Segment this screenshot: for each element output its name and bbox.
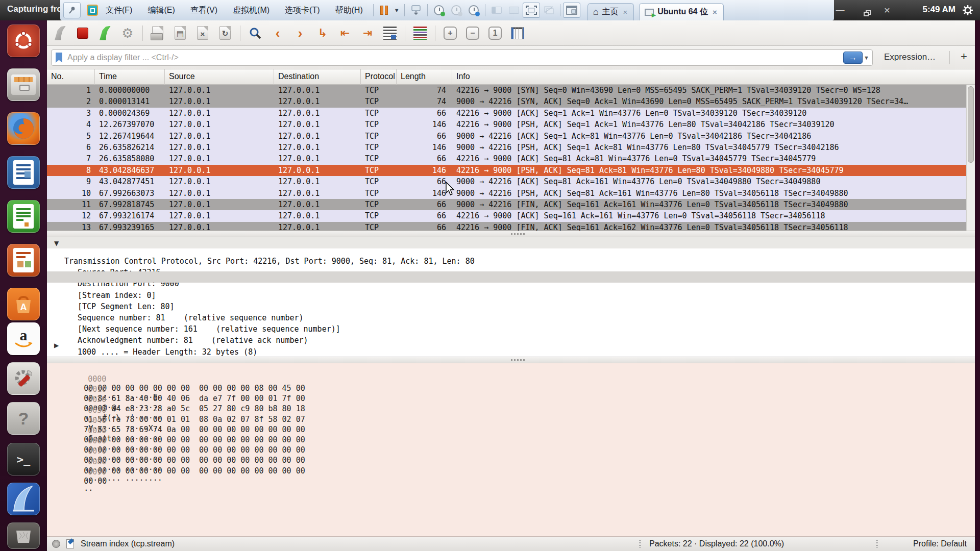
menu-item[interactable]: 查看(V) [183,0,225,20]
profile-label[interactable]: Profile: Default [913,539,967,548]
packet-row[interactable]: 10 67.992663073 127.0.0.1 127.0.0.1 TCP … [47,188,975,199]
minimize-button[interactable]: — [834,5,846,15]
column-header[interactable]: Protocol [361,69,397,85]
zoom-in-button[interactable]: + [440,23,460,43]
unity-view-button[interactable] [505,3,523,18]
close-button[interactable]: × [881,4,893,16]
expert-info-icon[interactable] [52,540,60,548]
details-bytes-splitter[interactable] [47,357,975,363]
packet-row[interactable]: 5 12.267419644 127.0.0.1 127.0.0.1 TCP 6… [47,131,975,142]
start-capture-button[interactable] [50,23,70,43]
first-packet-button[interactable]: ⇤ [335,23,355,43]
detail-line[interactable]: ▶ Flags: 0x018 (PSH, ACK) [47,339,975,350]
detail-line[interactable]: [Next sequence number: 161 (relative seq… [47,305,975,316]
detail-line[interactable]: Sequence number: 81 (relative sequence n… [47,294,975,305]
menu-item[interactable]: 帮助(H) [328,0,371,20]
send-ctrl-alt-del-button[interactable] [407,3,425,18]
detail-line[interactable]: ▼ Transmission Control Protocol, Src Por… [47,237,975,248]
packet-row[interactable]: 13 67.993239165 127.0.0.1 127.0.0.1 TCP … [47,222,975,231]
filter-dropdown-caret-icon[interactable]: ▼ [864,55,869,61]
launcher-item-ubuntu-dash[interactable] [7,24,40,57]
fullscreen-button[interactable] [523,3,540,18]
display-filter-input[interactable] [62,53,843,62]
tab-home-close-icon[interactable]: × [622,8,629,16]
launcher-item-system-settings[interactable] [7,362,40,395]
column-header[interactable]: Length [397,69,452,85]
tab-ubuntu-close-icon[interactable]: × [712,8,718,16]
show-library-button[interactable] [563,3,580,18]
launcher-item-amazon[interactable]: a [7,322,40,355]
column-header[interactable]: Source [165,69,274,85]
filter-bookmark-icon[interactable] [56,53,62,63]
hex-row[interactable]: 0000 00 00 00 00 00 00 00 00 00 00 00 00… [47,365,975,375]
launcher-item-libreoffice-impress[interactable] [7,244,40,277]
column-header[interactable]: Destination [274,69,361,85]
close-file-button[interactable]: × [192,23,213,43]
launcher-item-terminal[interactable]: >_ [7,443,40,475]
packet-row[interactable]: 4 12.267397070 127.0.0.1 127.0.0.1 TCP 1… [47,119,975,130]
go-forward-button[interactable]: › [290,23,310,43]
packet-row[interactable]: 8 43.042846637 127.0.0.1 127.0.0.1 TCP 1… [47,165,975,176]
pause-dropdown-caret-icon[interactable]: ▼ [392,7,402,13]
zoom-out-button[interactable]: − [462,23,483,43]
find-packet-button[interactable] [245,23,265,43]
revert-snapshot-button[interactable] [448,3,465,18]
launcher-item-files[interactable] [7,68,40,101]
menu-item[interactable]: 选项卡(T) [277,0,327,20]
detail-line[interactable]: Source Port: 42216 [47,248,975,260]
column-header[interactable]: Info [452,69,975,85]
menu-item[interactable]: 文件(F) [98,0,140,20]
detail-line[interactable]: [Stream index: 0] [47,271,975,283]
tab-home[interactable]: ⌂ 主页 × [587,3,634,20]
detail-line[interactable]: 1000 .... = Header Length: 32 bytes (8) [47,328,975,339]
pin-toolbar-button[interactable] [63,2,81,18]
colorize-button[interactable] [410,23,430,43]
packet-row[interactable]: 2 0.000013141 127.0.0.1 127.0.0.1 TCP 74… [47,96,975,107]
reload-file-button[interactable]: ↻ [215,23,235,43]
capture-comment-icon[interactable] [66,539,74,548]
detail-line[interactable]: Window size value: 342 [47,350,975,357]
column-header[interactable]: No. [47,69,95,85]
list-details-splitter[interactable] [47,231,975,237]
open-file-button[interactable] [148,23,168,43]
resize-columns-button[interactable] [507,23,528,43]
packet-row[interactable]: 11 67.992818745 127.0.0.1 127.0.0.1 TCP … [47,199,975,210]
stop-capture-button[interactable] [72,23,93,43]
expression-button[interactable]: Expression… [884,52,936,62]
packet-row[interactable]: 7 26.635858080 127.0.0.1 127.0.0.1 TCP 6… [47,153,975,164]
launcher-item-libreoffice-writer[interactable] [7,156,40,189]
menu-item[interactable]: 编辑(E) [140,0,182,20]
console-view-button[interactable] [488,3,505,18]
packet-row[interactable]: 6 26.635826214 127.0.0.1 127.0.0.1 TCP 1… [47,142,975,153]
column-header[interactable]: Time [95,69,165,85]
display-filter-inputbox[interactable]: → ▼ [51,49,873,66]
launcher-item-libreoffice-calc[interactable] [7,200,40,233]
zoom-100-button[interactable]: 1 [485,23,505,43]
snapshot-manager-button[interactable] [465,3,482,18]
packet-row[interactable]: 3 0.000024369 127.0.0.1 127.0.0.1 TCP 66… [47,108,975,119]
add-filter-button[interactable]: + [961,50,967,63]
detail-line[interactable]: [TCP Segment Len: 80] [47,283,975,294]
auto-scroll-button[interactable] [380,23,400,43]
launcher-item-help[interactable]: ? [7,402,40,435]
detail-line[interactable]: Destination Port: 9000 [47,260,975,271]
packet-row[interactable]: 1 0.000000000 127.0.0.1 127.0.0.1 TCP 74… [47,85,975,96]
multi-monitor-button[interactable] [540,3,557,18]
restart-capture-button[interactable] [95,23,115,43]
launcher-item-wireshark[interactable] [7,483,40,515]
system-clock[interactable]: 5:49 AM [922,5,955,15]
launcher-item-trash[interactable] [7,522,40,549]
packet-row[interactable]: 9 43.042877451 127.0.0.1 127.0.0.1 TCP 6… [47,176,975,187]
take-snapshot-button[interactable] [430,3,448,18]
menu-item[interactable]: 虚拟机(M) [225,0,277,20]
go-to-packet-button[interactable]: ↳ [312,23,333,43]
last-packet-button[interactable]: ⇥ [357,23,378,43]
go-back-button[interactable]: ‹ [267,23,288,43]
session-gear-button[interactable] [962,4,974,18]
apply-filter-button[interactable]: → [843,52,863,64]
expand-arrow-icon[interactable]: ▼ [54,240,69,247]
launcher-item-ubuntu-software[interactable]: A [7,288,40,320]
detail-line[interactable]: Acknowledgment number: 81 (relative ack … [47,316,975,328]
save-file-button[interactable]: ▤ [170,23,190,43]
launcher-item-firefox[interactable] [7,112,40,145]
